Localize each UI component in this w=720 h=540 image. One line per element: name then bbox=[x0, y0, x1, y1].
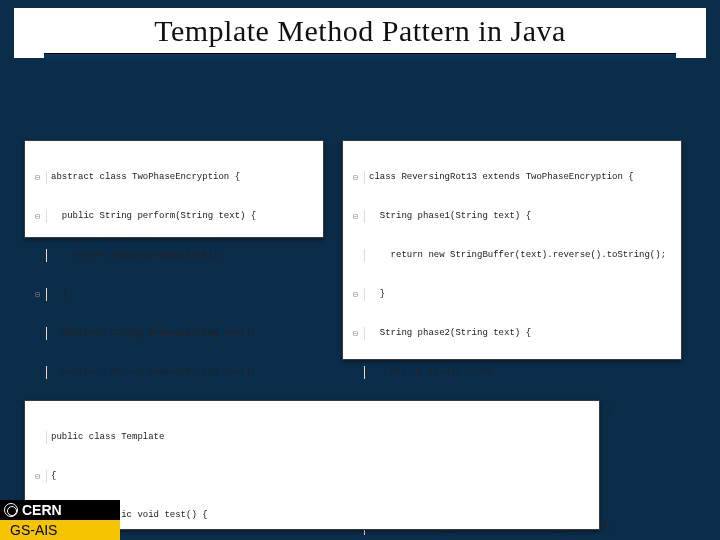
code-panel-abstract: ⊟abstract class TwoPhaseEncryption { ⊟ p… bbox=[24, 140, 324, 238]
slide-title: Template Method Pattern in Java bbox=[24, 14, 696, 48]
cern-logo-icon bbox=[4, 503, 18, 517]
footer: CERN GS-AIS bbox=[0, 500, 120, 540]
footer-org-row: CERN bbox=[0, 500, 120, 520]
code-stage: ⊟abstract class TwoPhaseEncryption { ⊟ p… bbox=[0, 58, 720, 538]
title-bar: Template Method Pattern in Java bbox=[14, 8, 706, 58]
footer-org: CERN bbox=[22, 502, 62, 518]
footer-dept: GS-AIS bbox=[10, 522, 57, 538]
code-panel-implementation: ⊟class ReversingRot13 extends TwoPhaseEn… bbox=[342, 140, 682, 360]
footer-dept-row: GS-AIS bbox=[0, 520, 120, 540]
